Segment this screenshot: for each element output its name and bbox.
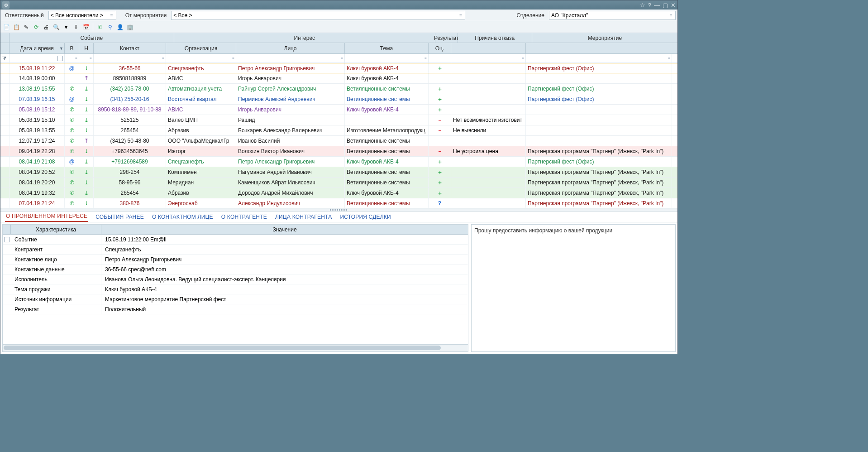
filter-v[interactable]: ≡ xyxy=(65,54,79,63)
table-row[interactable]: 05.08.19 13:55✆⤓265454АбразивБочкарев Ал… xyxy=(0,125,677,136)
link-icon[interactable]: ⚲ xyxy=(106,23,114,31)
cell-checkbox[interactable] xyxy=(0,136,10,146)
prop-row[interactable]: Событие15.08.19 11:22:00 Em@il xyxy=(3,235,468,245)
table-row[interactable]: 08.04.19 19:32✆⤓265454АбразивДородов Анд… xyxy=(0,188,677,198)
tab-1[interactable]: СОБЫТИЯ РАНЕЕ xyxy=(95,212,145,222)
chevron-down-icon[interactable]: ≡ xyxy=(458,12,464,19)
table-row[interactable]: 08.04.19 20:52✆⤓298-254КомплиментНагуман… xyxy=(0,167,677,178)
cell-checkbox[interactable] xyxy=(0,115,10,125)
table-row[interactable]: 07.04.19 21:24✆⤓380-876ЭнергоснабАлексан… xyxy=(0,198,677,208)
calendar-icon[interactable]: 📅 xyxy=(82,23,90,31)
filter-reason[interactable]: ≡ xyxy=(451,54,526,63)
cell-checkbox[interactable] xyxy=(0,84,10,94)
search-icon[interactable]: 🔍 xyxy=(52,23,60,31)
prop-row[interactable]: Контактное лицоПетро Александр Григорьев… xyxy=(3,255,468,264)
detail-props-body[interactable]: Событие15.08.19 11:22:00 Em@ilКонтрагент… xyxy=(3,235,468,344)
help-icon[interactable]: ? xyxy=(648,2,651,9)
close-icon[interactable]: ✕ xyxy=(671,2,676,9)
cell-checkbox[interactable] xyxy=(0,146,10,156)
filter-h[interactable]: ≡ xyxy=(79,54,94,63)
col-datetime[interactable]: Дата и время▼ xyxy=(10,43,65,53)
tab-5[interactable]: ИСТОРИЯ СДЕЛКИ xyxy=(339,212,391,222)
cell-checkbox[interactable] xyxy=(0,157,10,167)
table-row[interactable]: 09.04.19 22:28✆⤓+79634563645ИжторгВолохи… xyxy=(0,146,677,157)
col-reason[interactable] xyxy=(451,43,526,53)
tab-4[interactable]: ЛИЦА КОНТРАГЕНТА xyxy=(274,212,333,222)
filter-icon[interactable]: ▾ xyxy=(62,23,70,31)
filter-res[interactable] xyxy=(429,54,451,63)
col-h[interactable]: Н xyxy=(79,43,94,53)
cell-meeting xyxy=(526,105,672,115)
grid-body[interactable]: 15.08.19 11:22@⤓36-55-66СпецгазнефтьПетр… xyxy=(0,63,677,208)
prop-row[interactable]: РезультатПоложительный xyxy=(3,304,468,314)
copy-icon[interactable]: 📋 xyxy=(12,23,20,31)
col-contact[interactable]: Контакт xyxy=(94,43,166,53)
plus-icon: ＋ xyxy=(437,189,443,197)
cell-checkbox[interactable] xyxy=(0,73,10,83)
chevron-down-icon[interactable]: ≡ xyxy=(109,12,115,19)
prop-row[interactable]: КонтрагентСпецгазнефть xyxy=(3,245,468,255)
table-row[interactable]: 08.04.19 20:20✆⤓58-95-96МеридианКаменщик… xyxy=(0,178,677,188)
table-row[interactable]: 12.07.19 17:24✆⤒(3412) 50-48-80ООО "Альф… xyxy=(0,136,677,146)
col-org[interactable]: Организация xyxy=(166,43,236,53)
table-row[interactable]: 15.08.19 11:22@⤓36-55-66СпецгазнефтьПетр… xyxy=(0,63,677,73)
filter-meeting[interactable]: ≡ xyxy=(526,54,672,63)
table-row[interactable]: 08.04.19 21:08@⤓+79126984589Спецгазнефть… xyxy=(0,157,677,167)
star-icon[interactable]: ☆ xyxy=(640,2,645,9)
table-row[interactable]: 13.08.19 15:55✆⤓(342) 205-78-00Автоматиз… xyxy=(0,84,677,94)
org-icon[interactable]: 🏢 xyxy=(126,23,134,31)
filter-person[interactable]: ≡ xyxy=(236,54,345,63)
prop-row[interactable]: ИсполнительИванова Ольга Леонидовна. Вед… xyxy=(3,274,468,284)
minimize-icon[interactable]: — xyxy=(654,2,660,9)
cell-checkbox[interactable] xyxy=(0,125,10,135)
refresh-icon[interactable]: ⟳ xyxy=(32,23,40,31)
from-event-combo[interactable]: < Все > ≡ xyxy=(171,11,465,20)
maximize-icon[interactable]: ▢ xyxy=(663,2,668,9)
col-meeting[interactable] xyxy=(526,43,672,53)
edit-icon[interactable]: ✎ xyxy=(22,23,30,31)
prop-row[interactable]: Тема продажиКлюч буровой АКБ-4 xyxy=(3,284,468,294)
responsible-value: < Все исполнители > xyxy=(51,12,103,19)
phone-icon[interactable]: ✆ xyxy=(96,23,104,31)
table-row[interactable]: 07.08.19 16:15@⤓(341) 256-20-16Восточный… xyxy=(0,94,677,105)
cell-result: ＋ xyxy=(429,84,451,94)
tab-3[interactable]: О КОНТРАГЕНТЕ xyxy=(220,212,268,222)
table-row[interactable]: 05.08.19 15:10✆⤓525125Валео ЦМПРашид－Нет… xyxy=(0,115,677,125)
cell-checkbox[interactable] xyxy=(0,198,10,208)
tab-2[interactable]: О КОНТАКТНОМ ЛИЦЕ xyxy=(151,212,214,222)
filter-contact[interactable]: ≡ xyxy=(94,54,166,63)
col-checkbox[interactable] xyxy=(0,43,10,53)
print-icon[interactable]: 🖨 xyxy=(42,23,50,31)
detail-hscroll[interactable] xyxy=(3,344,468,351)
filter-theme[interactable]: ≡ xyxy=(345,54,429,63)
filter-dt[interactable] xyxy=(10,54,65,63)
cell-checkbox[interactable] xyxy=(0,178,10,188)
tab-0[interactable]: О ПРОЯВЛЕННОМ ИНТЕРЕСЕ xyxy=(5,211,88,222)
cell-checkbox[interactable] xyxy=(0,188,10,198)
person-icon[interactable]: 👤 xyxy=(116,23,124,31)
chevron-down-icon[interactable]: ≡ xyxy=(668,12,674,19)
cell-checkbox[interactable] xyxy=(0,63,10,73)
prop-row[interactable]: Контактные данные36-55-66 cpec@neft.com xyxy=(3,264,468,274)
department-combo[interactable]: АО "Кристалл" ≡ xyxy=(549,11,676,20)
new-icon[interactable]: 📄 xyxy=(2,23,10,31)
at-icon: @ xyxy=(69,65,74,72)
detail-notes[interactable]: Прошу предоставить информацию о вашей пр… xyxy=(471,224,676,352)
cell-checkbox[interactable] xyxy=(0,94,10,104)
cell-checkbox[interactable] xyxy=(0,105,10,115)
col-person[interactable]: Лицо xyxy=(236,43,345,53)
cell-datetime: 08.04.19 21:08 xyxy=(10,157,65,167)
col-result[interactable]: Оц. xyxy=(429,43,451,53)
responsible-combo[interactable]: < Все исполнители > ≡ xyxy=(48,11,116,20)
col-v[interactable]: В xyxy=(65,43,79,53)
table-row[interactable]: 05.08.19 15:12✆⤓8950-818-89-89, 91-10-88… xyxy=(0,105,677,115)
splitter[interactable] xyxy=(0,208,677,212)
prop-row[interactable]: Источник информацииМаркетинговое меропри… xyxy=(3,294,468,304)
table-row[interactable]: 14.08.19 00:00⤒89508188989АВИСИгорь Анва… xyxy=(0,73,677,84)
export-icon[interactable]: ⇩ xyxy=(72,23,80,31)
cell-checkbox[interactable] xyxy=(0,167,10,177)
filter-org[interactable]: ≡ xyxy=(166,54,236,63)
filter-lead[interactable]: ⧩ xyxy=(0,54,10,63)
col-theme[interactable]: Тема xyxy=(345,43,429,53)
checkbox-icon[interactable] xyxy=(57,56,63,61)
